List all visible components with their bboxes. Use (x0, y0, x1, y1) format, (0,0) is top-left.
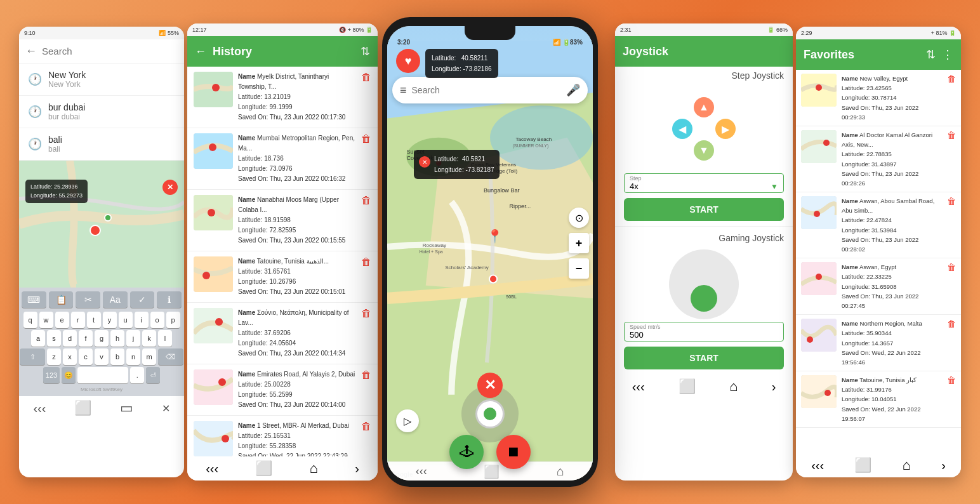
gaming-joystick[interactable] (669, 249, 739, 319)
fav-item-6[interactable]: Name Tatouine, Tunisia كبار Latitude: 31… (796, 371, 961, 428)
gaming-start-btn[interactable]: START (624, 347, 784, 369)
kb-g[interactable]: g (95, 330, 109, 347)
kb-dot[interactable]: . (130, 367, 144, 383)
kb-translate-btn[interactable]: Aa (103, 291, 128, 308)
fav-item-4[interactable]: Name Aswan, Egypt Latitude: 22.33225 Lon… (796, 258, 961, 315)
kb-b[interactable]: b (110, 348, 124, 365)
history-delete-6[interactable]: 🗑 (361, 369, 371, 381)
kb-f[interactable]: f (79, 330, 93, 347)
fav-nav-fw[interactable]: › (941, 458, 946, 473)
fav-delete-4[interactable]: 🗑 (947, 262, 956, 272)
list-item[interactable]: 🕐 bur dubai bur dubai (19, 96, 184, 128)
kb-r[interactable]: r (71, 312, 85, 328)
list-item[interactable]: 🕐 New York New York (19, 63, 184, 96)
joy-nav-fw[interactable]: › (772, 380, 776, 394)
kb-backspace[interactable]: ⌫ (158, 348, 183, 365)
fav-item-1[interactable]: Name New Valley, Egypt Latitude: 23.4256… (796, 70, 961, 126)
dpad-left-btn[interactable]: ◀ (672, 119, 692, 139)
kb-u[interactable]: u (119, 312, 133, 328)
dpad-up-btn[interactable]: ▲ (694, 97, 714, 117)
kb-h[interactable]: h (110, 330, 124, 347)
nav-x[interactable]: ✕ (162, 402, 170, 414)
heart-btn[interactable]: ♥ (396, 49, 420, 73)
kb-w[interactable]: w (39, 312, 53, 328)
kb-emoji[interactable]: 😊 (62, 367, 76, 383)
fav-item-3[interactable]: Name Aswan, Abou Sambal Road, Abu Simb..… (796, 192, 961, 258)
kb-123[interactable]: 123 (43, 367, 60, 383)
fav-nav-home[interactable]: ⬜ (854, 457, 871, 474)
hist-nav-fw[interactable]: › (355, 461, 359, 476)
kb-x[interactable]: x (63, 348, 77, 365)
mic-icon[interactable]: 🎤 (566, 83, 580, 97)
kb-c[interactable]: c (79, 348, 93, 365)
list-item[interactable]: 🕐 bali bali (19, 128, 184, 161)
joy-nav-recent[interactable]: ⌂ (729, 378, 738, 395)
fav-more-icon[interactable]: ⋮ (942, 48, 953, 62)
history-delete-2[interactable]: 🗑 (361, 133, 371, 145)
history-item-7[interactable]: Name 1 Street, MBR- Al Merkad, Dubai Lat… (187, 416, 378, 456)
kb-icon-btn[interactable]: ⌨ (22, 291, 46, 308)
fav-nav-back[interactable]: ‹‹‹ (811, 458, 824, 473)
kb-cut-btn[interactable]: ✂ (76, 291, 100, 308)
kb-y[interactable]: y (103, 312, 117, 328)
menu-icon[interactable]: ≡ (400, 84, 407, 97)
kb-m[interactable]: m (142, 348, 156, 365)
kb-enter[interactable]: ⏎ (146, 367, 160, 383)
stop-btn[interactable]: ⏹ (496, 435, 531, 469)
history-delete-3[interactable]: 🗑 (361, 195, 371, 206)
kb-q[interactable]: q (23, 312, 37, 328)
dpad-down-btn[interactable]: ▼ (694, 140, 714, 161)
fav-delete-5[interactable]: 🗑 (947, 319, 956, 329)
history-item-6[interactable]: Name Emirates Road, Al Yalayis 2, Dubai … (187, 364, 378, 416)
history-item-1[interactable]: Name Myelk District, Tanintharyi Townshi… (187, 67, 378, 128)
main-nav-recent[interactable]: ⌂ (557, 464, 564, 479)
map-large-x-btn[interactable]: ✕ (477, 373, 503, 398)
kb-copy-btn[interactable]: 📋 (49, 291, 74, 308)
fav-delete-6[interactable]: 🗑 (947, 375, 956, 385)
kb-n[interactable]: n (126, 348, 140, 365)
fav-delete-3[interactable]: 🗑 (947, 196, 956, 206)
joystick-btn[interactable]: 🕹 (449, 435, 484, 469)
kb-shift[interactable]: ⇧ (20, 348, 45, 365)
history-delete-5[interactable]: 🗑 (361, 308, 371, 319)
kb-d[interactable]: d (63, 330, 77, 347)
history-filter-icon[interactable]: ⇅ (361, 44, 370, 58)
map-search-input[interactable] (412, 85, 566, 95)
nav-recent[interactable]: ▭ (120, 400, 133, 416)
zoom-in-btn[interactable]: + (569, 233, 589, 253)
hist-nav-home[interactable]: ⬜ (255, 460, 272, 477)
history-item-2[interactable]: Name Mumbai Metropolitan Region, Pen, Ma… (187, 128, 378, 190)
nav-back[interactable]: ‹‹‹ (33, 401, 46, 416)
history-delete-7[interactable]: 🗑 (361, 421, 371, 432)
kb-z[interactable]: z (47, 348, 61, 365)
zoom-out-btn[interactable]: − (569, 258, 589, 279)
search-back-btn[interactable]: ← (25, 44, 37, 58)
arrow-ctrl-btn[interactable]: ▷ (396, 409, 419, 432)
dpad-right-btn[interactable]: ▶ (715, 119, 736, 139)
kb-a[interactable]: a (31, 330, 45, 347)
step-dropdown-arrow[interactable]: ▼ (771, 182, 778, 191)
history-back-icon[interactable]: ← (195, 45, 206, 58)
history-item-4[interactable]: Name Tatouine, Tunisia الذهبية... Latitu… (187, 251, 378, 303)
fav-delete-1[interactable]: 🗑 (947, 74, 956, 84)
kb-l[interactable]: l (158, 330, 172, 347)
history-item-3[interactable]: Name Nanabhai Moos Marg (Upper Colaba I.… (187, 190, 378, 251)
fav-nav-recent[interactable]: ⌂ (903, 457, 911, 474)
fav-delete-2[interactable]: 🗑 (947, 130, 956, 140)
fav-item-2[interactable]: Name Al Doctor Kamal Al Ganzori Axis, Ne… (796, 126, 961, 192)
fav-filter-icon[interactable]: ⇅ (926, 48, 936, 62)
kb-e[interactable]: e (55, 312, 69, 328)
kb-k[interactable]: k (142, 330, 156, 347)
joy-nav-home[interactable]: ⬜ (679, 378, 696, 395)
kb-t[interactable]: t (87, 312, 101, 328)
kb-o[interactable]: o (150, 312, 164, 328)
history-delete-4[interactable]: 🗑 (361, 256, 371, 268)
main-nav-back[interactable]: ‹‹‹ (416, 465, 427, 478)
hist-nav-recent[interactable]: ⌂ (310, 460, 318, 477)
step-start-btn[interactable]: START (624, 198, 784, 221)
joystick-knob[interactable] (475, 399, 505, 428)
tooltip-close-btn[interactable]: ✕ (419, 156, 430, 168)
kb-space[interactable] (77, 367, 128, 383)
joy-nav-back[interactable]: ‹‹‹ (632, 380, 645, 394)
kb-p[interactable]: p (166, 312, 180, 328)
